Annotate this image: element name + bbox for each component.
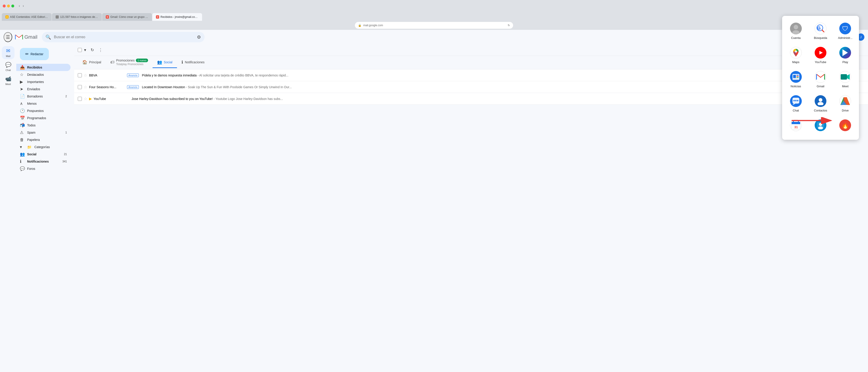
sidebar-item-social[interactable]: 👥 Social 21 (16, 151, 70, 158)
compose-button[interactable]: ✏ Redactar (20, 48, 49, 60)
tab-notificaciones[interactable]: ℹ Notificaciones (177, 57, 209, 68)
busqueda-label: Búsqueda (814, 36, 827, 39)
app-item-meet[interactable]: Meet (833, 68, 857, 91)
left-nav-chat[interactable]: 💬 Chat (2, 60, 14, 73)
app-item-youtube[interactable]: YouTube (809, 44, 832, 67)
tab-social[interactable]: 👥 Social (153, 57, 177, 68)
gmail-app-icon (815, 71, 827, 83)
sidebar-item-spam[interactable]: ⚠ Spam 1 (16, 129, 70, 136)
svg-rect-16 (841, 74, 847, 80)
noticias-label: Noticias (791, 85, 801, 88)
all-icon: 📬 (20, 123, 24, 128)
sidebar-item-categorias[interactable]: ▾ 📁 Categorías (16, 143, 70, 151)
sidebar-item-destacados[interactable]: ☆ Destacados (16, 71, 70, 78)
tab-gmail-inbox[interactable]: M Recibidos - jmxire@gmail.com - Gmail (152, 13, 202, 21)
sidebar-item-borradores[interactable]: 📄 Borradores 2 (16, 93, 70, 100)
sidebar-item-programados[interactable]: 📅 Programados (16, 115, 70, 122)
email-checkbox-fourseasons[interactable] (78, 85, 82, 89)
notificaciones-tab-label: Notificaciones (185, 60, 205, 64)
search-bar[interactable]: 🔍 ⚙ (42, 32, 205, 42)
svg-point-23 (819, 98, 822, 102)
sidebar-item-foros[interactable]: 💬 Foros (16, 165, 70, 172)
more-options-button[interactable]: ⋮ (97, 46, 104, 54)
gmail-logo: Gmail (15, 34, 37, 40)
sidebar-label-recibidos: Recibidos (27, 66, 42, 69)
app-item-play[interactable]: Play (833, 44, 857, 67)
email-checkbox-youtube[interactable] (78, 97, 82, 101)
hamburger-menu[interactable]: ☰ (4, 32, 12, 42)
close-button[interactable] (3, 4, 6, 7)
sidebar-item-notificaciones[interactable]: ℹ Notificaciones 341 (16, 158, 70, 165)
star-youtube[interactable]: ☆ (84, 96, 87, 101)
refresh-button[interactable]: ↻ (89, 46, 95, 54)
minimize-button[interactable] (7, 4, 10, 7)
sidebar-label-social: Social (27, 152, 36, 156)
table-row[interactable]: ☆ BBVA Anuncio Pídela y te damos respues… (74, 69, 868, 81)
sidebar-item-pospuestos[interactable]: 🕐 Pospuestos (16, 107, 70, 115)
drive-label: Drive (842, 109, 848, 112)
app-item-maps[interactable]: Maps (784, 44, 808, 67)
svg-rect-13 (797, 76, 799, 77)
tab-promociones[interactable]: 🏷 Promociones 1 nuevo Totalplay Promocio… (106, 56, 153, 69)
gmail-header: ☰ Gmail 🔍 ⚙ Activo ▾ ? ⚙ ⋮⋮⋮ (0, 30, 868, 44)
categories-icon: ▾ (20, 145, 24, 150)
app-item-chat[interactable]: Chat (784, 92, 808, 115)
email-content-fourseasons: Located In Downtown Houston - Soak Up Th… (142, 85, 864, 89)
email-preview-bbva: - Al solicitar una tarjeta de crédito BB… (197, 73, 288, 77)
sidebar-item-papelera[interactable]: 🗑 Papelera (16, 136, 70, 143)
tab-gmail-guide[interactable]: M Gmail: Cómo crear un grupo de correo e… (102, 13, 152, 21)
tab-favicon-image (56, 16, 59, 19)
tab-image[interactable]: 121.597 fotos e imágenes de Ofrecer Dine… (52, 13, 102, 21)
app-item-noticias[interactable]: Noticias (784, 68, 808, 91)
table-row[interactable]: ☆ Four Seasons Ho... Anuncio Located In … (74, 81, 868, 93)
sidebar-item-todos[interactable]: 📬 Todos (16, 122, 70, 129)
sender-fourseasons: Four Seasons Ho... (89, 85, 125, 89)
contactos-label: Contactos (814, 109, 827, 112)
table-row[interactable]: ☆ ▶ YouTube Jose Harley-Davidson has sub… (74, 93, 868, 105)
app-item-admin[interactable]: 🛡 Administr... (833, 20, 857, 43)
sidebar-item-enviados[interactable]: ➤ Enviados (16, 86, 70, 93)
svg-point-21 (797, 100, 798, 101)
sidebar-item-recibidos[interactable]: 📥 Recibidos (16, 64, 70, 71)
svg-point-19 (794, 100, 795, 101)
sidebar-label-programados: Programados (27, 116, 46, 120)
sidebar-label-papelera: Papelera (27, 138, 40, 142)
tune-icon[interactable]: ⚙ (197, 34, 201, 40)
sidebar-label-notificaciones: Notificaciones (27, 160, 49, 163)
social-icon: 👥 (20, 152, 24, 157)
select-dropdown-button[interactable]: ▾ (83, 46, 88, 54)
tab-airtable[interactable]: A ASE Contenidos: ASE Editorial - Airtab… (2, 13, 52, 21)
meet-label: Meet (842, 85, 848, 88)
tab-principal[interactable]: 🏠 Principal (78, 57, 106, 68)
email-content-youtube: Jose Harley-Davidson has subscribed to y… (131, 97, 864, 101)
important-icon: ▶ (20, 80, 24, 84)
tab-favicon-gmail-guide: M (106, 16, 109, 19)
email-content-bbva: Pídela y te damos respuesta inmediata - … (142, 73, 864, 77)
reload-icon[interactable]: ↻ (508, 24, 510, 27)
principal-tab-label: Principal (89, 60, 101, 64)
new-badge: 1 nuevo (136, 59, 148, 62)
left-nav-mail[interactable]: ✉ Mail (2, 46, 14, 59)
forward-button[interactable]: › (22, 3, 25, 9)
app-item-busqueda[interactable]: G G Búsqueda (809, 20, 832, 43)
maximize-button[interactable] (11, 4, 14, 7)
sidebar: ✏ Redactar 📥 Recibidos ☆ Destacados ▶ Im… (16, 44, 74, 372)
select-all-checkbox[interactable] (78, 48, 82, 52)
app-item-cuenta[interactable]: Cuenta (784, 20, 808, 43)
star-bbva[interactable]: ☆ (84, 73, 87, 78)
principal-tab-icon: 🏠 (82, 60, 87, 65)
chat-icon (790, 95, 802, 107)
search-input[interactable] (54, 35, 194, 39)
app-item-contactos[interactable]: Contactos (809, 92, 832, 115)
star-fourseasons[interactable]: ☆ (84, 85, 87, 90)
sidebar-item-menos[interactable]: ∧ Menos (16, 100, 70, 107)
sidebar-item-importantes[interactable]: ▶ Importantes (16, 78, 70, 86)
app-item-drive[interactable]: Drive (833, 92, 857, 115)
email-checkbox-bbva[interactable] (78, 73, 82, 78)
sidebar-label-categorias: Categorías (34, 145, 50, 149)
address-bar[interactable]: 🔒 mail.google.com ↻ (355, 22, 513, 29)
back-button[interactable]: ‹ (18, 3, 21, 9)
app-item-gmail[interactable]: Gmail (809, 68, 832, 91)
left-nav-meet[interactable]: 📹 Meet (2, 74, 14, 87)
app-item-extra[interactable]: 🔥 (833, 116, 857, 136)
